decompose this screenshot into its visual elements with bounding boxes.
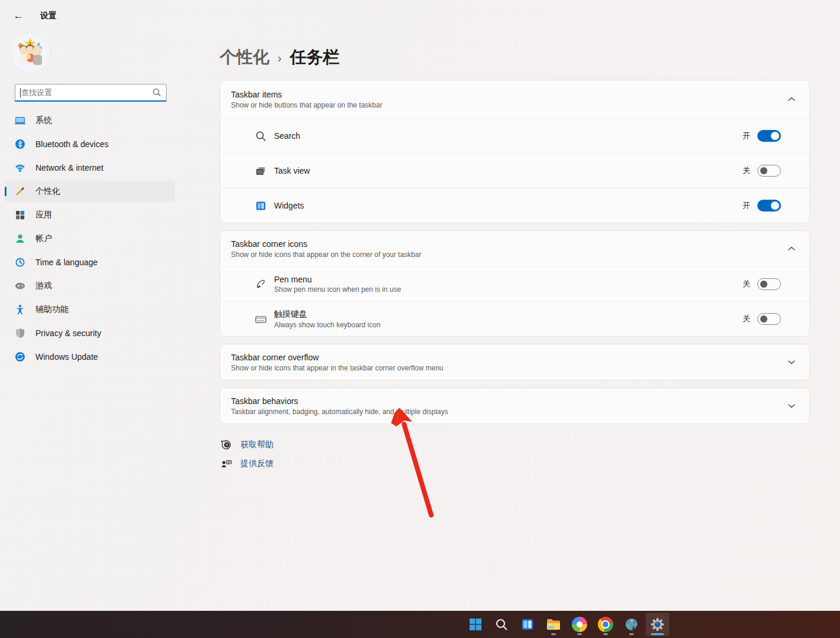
card-title: Taskbar corner icons <box>231 239 421 249</box>
search-icon[interactable] <box>152 88 161 97</box>
taskbar-search-button[interactable] <box>490 613 513 636</box>
paint-palette-button[interactable] <box>620 613 643 636</box>
link-label: 获取帮助 <box>240 440 274 450</box>
setting-sublabel: Show pen menu icon when pen is in use <box>274 285 401 294</box>
chrome-button[interactable] <box>594 613 617 636</box>
gaming-icon <box>14 280 26 292</box>
file-explorer-button[interactable] <box>542 613 565 636</box>
search-toggle[interactable] <box>757 130 781 142</box>
link-label: 提供反馈 <box>240 458 274 469</box>
search-input[interactable] <box>15 84 167 102</box>
toggle-state-label: 开 <box>743 200 750 211</box>
chevron-down-icon[interactable] <box>788 403 795 408</box>
chevron-up-icon[interactable] <box>788 246 795 251</box>
card-desc: Show or hide icons that appear on the co… <box>231 250 421 259</box>
help-links: ? 获取帮助 提供反馈 <box>220 438 274 470</box>
setting-label: 触摸键盘 <box>274 309 380 320</box>
sidebar-item-privacy-security[interactable]: Privacy & security <box>5 323 175 344</box>
sidebar-item-time-language[interactable]: Time & language <box>5 252 175 273</box>
taskbar-items-header[interactable]: Taskbar items Show or hide buttons that … <box>220 80 809 118</box>
settings-sidebar: 系统 Bluetooth & devices Network & interne… <box>5 110 175 370</box>
setting-row-search: Search 开 <box>220 118 809 153</box>
sidebar-item-accounts[interactable]: 帐户 <box>5 228 175 249</box>
widgets-toggle[interactable] <box>757 200 781 211</box>
app-title: 设置 <box>40 11 57 21</box>
sidebar-item-accessibility[interactable]: 辅助功能 <box>5 299 175 320</box>
card-desc: Show or hide buttons that appear on the … <box>231 101 382 109</box>
setting-sublabel: Always show touch keyboard icon <box>274 321 380 329</box>
card-desc: Taskbar alignment, badging, automaticall… <box>231 408 448 416</box>
chevron-down-icon[interactable] <box>788 360 795 364</box>
setting-label: Search <box>274 131 300 141</box>
page-title: 任务栏 <box>290 46 340 69</box>
settings-button[interactable] <box>646 613 669 636</box>
settings-search <box>15 84 167 102</box>
svg-text:?: ? <box>226 443 228 447</box>
search-icon <box>254 129 267 142</box>
sidebar-item-personalization[interactable]: 个性化 <box>5 181 175 202</box>
touch-keyboard-toggle[interactable] <box>757 313 781 325</box>
feedback-icon <box>220 457 233 470</box>
setting-row-widgets: Widgets 开 <box>220 188 809 223</box>
get-help-link[interactable]: ? 获取帮助 <box>220 438 274 451</box>
titlebar: ← 设置 <box>9 8 57 24</box>
sidebar-item-apps[interactable]: 应用 <box>5 204 175 226</box>
windows-update-icon <box>14 351 26 363</box>
time-language-icon <box>14 256 26 268</box>
privacy-icon <box>14 327 26 339</box>
sidebar-item-label: Time & language <box>35 258 97 267</box>
toggle-knob <box>771 201 779 210</box>
setting-label: Widgets <box>274 201 304 210</box>
setting-label: Task view <box>274 166 310 175</box>
sidebar-item-windows-update[interactable]: Windows Update <box>5 346 175 367</box>
back-button[interactable]: ← <box>9 8 27 24</box>
sidebar-item-label: Network & internet <box>35 163 103 172</box>
sidebar-item-label: 系统 <box>35 115 52 126</box>
sidebar-item-system[interactable]: 系统 <box>5 110 175 131</box>
toggle-knob <box>760 281 767 288</box>
taskbar-items-card: Taskbar items Show or hide buttons that … <box>220 80 810 223</box>
apps-icon <box>14 209 26 221</box>
setting-label: Pen menu <box>274 275 401 284</box>
running-indicator <box>577 633 582 635</box>
card-title: Taskbar items <box>231 90 382 99</box>
taskbar-icon-strip <box>464 611 669 638</box>
sidebar-item-label: Windows Update <box>35 352 98 362</box>
start-button[interactable] <box>464 613 487 636</box>
chevron-up-icon[interactable] <box>788 97 795 102</box>
accessibility-icon <box>14 304 26 315</box>
breadcrumb-separator: › <box>278 50 282 65</box>
pen-menu-toggle[interactable] <box>757 278 781 290</box>
sidebar-item-network-internet[interactable]: Network & internet <box>5 157 175 178</box>
running-indicator <box>551 633 556 635</box>
toggle-state-label: 关 <box>743 279 750 289</box>
browser-pinwheel-button[interactable] <box>568 613 591 636</box>
taskbar-behaviors-card: Taskbar behaviors Taskbar alignment, bad… <box>220 388 810 424</box>
card-title: Taskbar corner overflow <box>231 353 444 362</box>
running-indicator <box>603 633 608 635</box>
sidebar-item-label: Bluetooth & devices <box>35 139 109 149</box>
task-view-toggle[interactable] <box>757 165 781 177</box>
feedback-link[interactable]: 提供反馈 <box>220 457 274 470</box>
taskbar-behaviors-header[interactable]: Taskbar behaviors Taskbar alignment, bad… <box>220 388 809 424</box>
taskbar-corner-overflow-header[interactable]: Taskbar corner overflow Show or hide ico… <box>220 344 809 380</box>
taskbar-corner-overflow-card: Taskbar corner overflow Show or hide ico… <box>220 344 810 380</box>
bluetooth-icon <box>14 138 26 150</box>
taskbar-widgets-icon <box>520 617 535 632</box>
personalization-icon <box>14 185 26 197</box>
sidebar-item-label: 辅助功能 <box>35 304 69 315</box>
setting-row-touch-keyboard: 触摸键盘 Always show touch keyboard icon 关 <box>220 301 809 336</box>
card-title: Taskbar behaviors <box>231 396 448 406</box>
file-explorer-icon <box>546 617 561 632</box>
sidebar-item-bluetooth-devices[interactable]: Bluetooth & devices <box>5 134 175 155</box>
card-desc: Show or hide icons that appear in the ta… <box>231 364 444 372</box>
paint-palette-icon <box>624 617 639 632</box>
breadcrumb-parent[interactable]: 个性化 <box>220 46 269 69</box>
taskbar-corner-icons-header[interactable]: Taskbar corner icons Show or hide icons … <box>220 231 809 266</box>
sidebar-item-label: 应用 <box>35 210 52 220</box>
taskbar-widgets-button[interactable] <box>516 613 539 636</box>
sidebar-item-label: 帐户 <box>35 233 52 244</box>
toggle-knob <box>771 132 779 140</box>
sidebar-item-gaming[interactable]: 游戏 <box>5 275 175 297</box>
running-indicator <box>629 633 634 635</box>
